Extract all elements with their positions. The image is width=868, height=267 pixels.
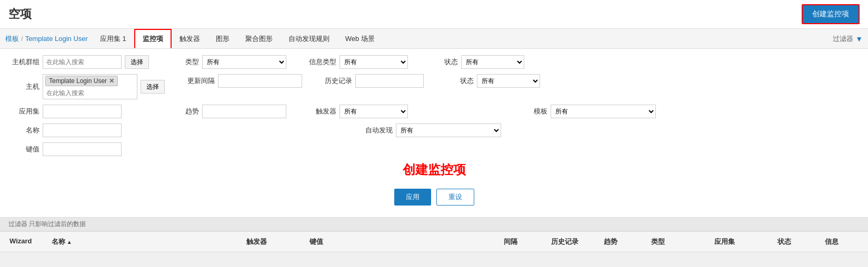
top-bar: 空项 创建监控项 xyxy=(0,0,868,29)
host-tag-remove[interactable]: ✕ xyxy=(109,77,114,85)
trend-input[interactable] xyxy=(202,105,286,118)
appset-group: 应用集 选择 xyxy=(11,105,149,118)
type-select[interactable]: 所有 xyxy=(202,55,286,69)
tab-chufaqi[interactable]: 触发器 xyxy=(172,29,208,48)
tab-jiankong[interactable]: 监控项 xyxy=(134,29,172,48)
filter-panel: 主机群组 选择 类型 所有 信息类型 所有 状态 所有 xyxy=(0,49,868,218)
key-input[interactable] xyxy=(43,142,122,156)
autodiscover-label: 自动发现 xyxy=(364,126,393,135)
table-header: Wizard 名称 触发器 键值 间隔 历史记录 趋势 类型 应用集 状态 信息 xyxy=(0,231,868,252)
template-label: 模板 xyxy=(518,107,547,116)
action-row: 应用 重设 xyxy=(11,180,857,211)
th-status[interactable]: 状态 xyxy=(773,235,821,249)
filter-row-2: 主机 Template Login User ✕ 选择 更新间隔 历史记录 xyxy=(11,74,857,99)
name-input[interactable] xyxy=(43,124,122,137)
filter-note: 过滤器 只影响过滤后的数据 xyxy=(0,218,868,231)
host-group-select-button[interactable]: 选择 xyxy=(125,55,149,69)
breadcrumb: 模板 / Template Login User xyxy=(5,30,92,48)
history-label: 历史记录 xyxy=(323,76,352,86)
filter-note-text: 过滤器 只影响过滤后的数据 xyxy=(8,220,86,228)
status-group-2: 状态 所有 xyxy=(445,74,540,88)
tab-webcj[interactable]: Web 场景 xyxy=(337,29,383,48)
key-group: 键值 xyxy=(11,142,122,156)
tab-tuxing[interactable]: 图形 xyxy=(208,29,237,48)
reset-button[interactable]: 重设 xyxy=(436,189,474,206)
breadcrumb-user[interactable]: Template Login User xyxy=(25,35,88,43)
info-type-select[interactable]: 所有 xyxy=(340,55,408,69)
appset-label: 应用集 xyxy=(11,107,39,116)
th-info[interactable]: 信息 xyxy=(821,235,863,249)
breadcrumb-separator: / xyxy=(21,35,23,43)
filter-row-3: 应用集 选择 趋势 触发器 所有 模板 所有 xyxy=(11,105,857,118)
update-interval-label: 更新间隔 xyxy=(186,76,215,86)
autodiscover-select[interactable]: 所有 xyxy=(396,124,501,137)
th-trigger[interactable]: 触发器 xyxy=(242,235,305,249)
th-type[interactable]: 类型 xyxy=(647,235,710,249)
th-interval[interactable]: 间隔 xyxy=(500,235,547,249)
host-input-wrapper: Template Login User ✕ xyxy=(43,74,137,99)
history-group: 历史记录 xyxy=(323,74,424,88)
create-item-button[interactable]: 创建监控项 xyxy=(802,4,860,24)
th-wizard[interactable]: Wizard xyxy=(5,235,47,249)
trigger-label: 触发器 xyxy=(307,107,336,116)
type-label: 类型 xyxy=(170,57,199,67)
filter-row-1: 主机群组 选择 类型 所有 信息类型 所有 状态 所有 xyxy=(11,55,857,69)
filter-row-5: 键值 xyxy=(11,142,857,156)
th-key[interactable]: 键值 xyxy=(305,235,500,249)
name-label: 名称 xyxy=(11,126,39,135)
host-label: 主机 xyxy=(11,82,39,91)
update-interval-input[interactable] xyxy=(218,74,302,88)
filter-label: 过滤器 xyxy=(833,34,853,44)
th-trend[interactable]: 趋势 xyxy=(600,235,647,249)
update-interval-group: 更新间隔 xyxy=(186,74,302,88)
status-label-2: 状态 xyxy=(445,76,474,86)
key-label: 键值 xyxy=(11,145,39,154)
filter-icon[interactable]: ▼ xyxy=(855,35,863,43)
annotation-create-label: 创建监控项 xyxy=(403,162,466,177)
th-name[interactable]: 名称 xyxy=(47,235,242,249)
info-type-group: 信息类型 所有 xyxy=(307,55,408,69)
host-group-group: 主机群组 选择 xyxy=(11,55,149,69)
tab-juhexing[interactable]: 聚合图形 xyxy=(237,29,281,48)
trigger-group: 触发器 所有 xyxy=(307,105,408,118)
trend-label: 趋势 xyxy=(170,107,199,116)
name-group: 名称 xyxy=(11,124,122,137)
host-group-input[interactable] xyxy=(43,55,122,69)
host-search-input[interactable] xyxy=(45,88,98,98)
nav-tabs-bar: 模板 / Template Login User 应用集 1 监控项 触发器 图… xyxy=(0,29,868,49)
status-select-1[interactable]: 所有 xyxy=(461,55,524,69)
th-history[interactable]: 历史记录 xyxy=(547,235,600,249)
trend-group: 趋势 xyxy=(170,105,286,118)
page-title: 空项 xyxy=(8,6,32,22)
status-group-1: 状态 所有 xyxy=(429,55,524,69)
autodiscover-group: 自动发现 所有 xyxy=(364,124,501,137)
apply-button[interactable]: 应用 xyxy=(394,189,431,206)
template-select[interactable]: 所有 xyxy=(551,105,656,118)
th-appset[interactable]: 应用集 xyxy=(710,235,773,249)
filter-area: 过滤器 ▼ xyxy=(833,34,863,44)
history-input[interactable] xyxy=(355,74,424,88)
appset-input[interactable] xyxy=(43,105,122,118)
host-group: 主机 Template Login User ✕ 选择 xyxy=(11,74,165,99)
breadcrumb-template[interactable]: 模板 xyxy=(5,34,19,44)
info-type-label: 信息类型 xyxy=(307,57,336,67)
template-group: 模板 所有 xyxy=(518,105,656,118)
trigger-select[interactable]: 所有 xyxy=(340,105,408,118)
status-label-1: 状态 xyxy=(429,57,458,67)
host-group-label: 主机群组 xyxy=(11,57,39,67)
filter-row-4: 名称 自动发现 所有 xyxy=(11,124,857,137)
type-group: 类型 所有 xyxy=(170,55,286,69)
tab-yingyongji[interactable]: 应用集 1 xyxy=(92,29,134,48)
host-select-button[interactable]: 选择 xyxy=(141,80,165,94)
host-tag-text: Template Login User xyxy=(49,77,107,85)
tab-autodiscover[interactable]: 自动发现规则 xyxy=(281,29,337,48)
host-tag: Template Login User ✕ xyxy=(45,76,118,86)
status-select-2[interactable]: 所有 xyxy=(477,74,540,88)
